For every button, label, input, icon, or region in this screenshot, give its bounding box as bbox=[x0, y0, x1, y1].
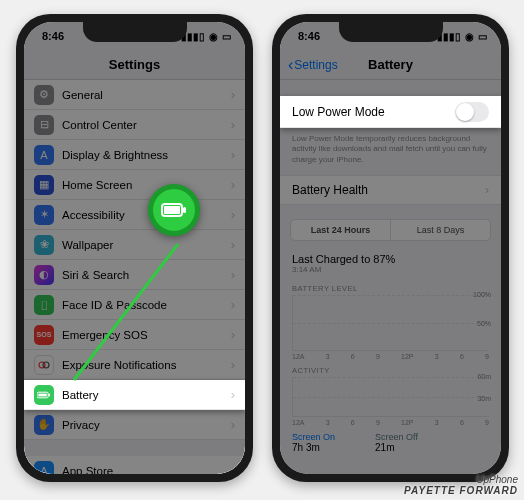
notch bbox=[339, 22, 443, 42]
page-title: Battery bbox=[368, 57, 413, 72]
back-label: Settings bbox=[294, 58, 337, 72]
row-label: Wallpaper bbox=[62, 239, 231, 251]
row-sos[interactable]: SOS Emergency SOS › bbox=[24, 320, 245, 350]
chevron-right-icon: › bbox=[231, 297, 235, 312]
svg-rect-8 bbox=[164, 206, 180, 214]
row-label: Home Screen bbox=[62, 179, 231, 191]
screen-on-block: Screen On 7h 3m bbox=[292, 432, 335, 453]
row-label: Battery bbox=[62, 389, 231, 401]
battery-status-icon: ▭ bbox=[478, 31, 487, 42]
screen-usage-split: Screen On 7h 3m Screen Off 21m bbox=[280, 426, 501, 453]
row-exposure[interactable]: Exposure Notifications › bbox=[24, 350, 245, 380]
low-power-mode-toggle[interactable] bbox=[455, 102, 489, 122]
status-icons: ▮▮▮▯ ◉ ▭ bbox=[181, 31, 231, 42]
gear-icon: ⚙ bbox=[34, 85, 54, 105]
wifi-icon: ◉ bbox=[465, 31, 474, 42]
screen-off-label: Screen Off bbox=[375, 432, 418, 442]
chevron-right-icon: › bbox=[231, 267, 235, 282]
activity-label: ACTIVITY bbox=[280, 360, 501, 377]
status-time: 8:46 bbox=[42, 30, 64, 42]
battery-health-label: Battery Health bbox=[292, 183, 368, 197]
section-gap bbox=[24, 440, 245, 456]
accessibility-icon: ✶ bbox=[34, 205, 54, 225]
seg-24h[interactable]: Last 24 Hours bbox=[291, 220, 391, 240]
chevron-right-icon: › bbox=[231, 87, 235, 102]
row-label: Exposure Notifications bbox=[62, 359, 231, 371]
row-label: Siri & Search bbox=[62, 269, 231, 281]
display-icon: A bbox=[34, 145, 54, 165]
row-label: Privacy bbox=[62, 419, 231, 431]
svg-rect-4 bbox=[38, 393, 46, 396]
chevron-right-icon: › bbox=[231, 387, 235, 402]
chevron-right-icon: › bbox=[231, 147, 235, 162]
battery-callout-icon bbox=[148, 184, 200, 236]
chevron-right-icon: › bbox=[231, 207, 235, 222]
row-display[interactable]: A Display & Brightness › bbox=[24, 140, 245, 170]
battery-level-chart: 100% 50% bbox=[292, 295, 489, 351]
row-label: Accessibility bbox=[62, 209, 231, 221]
battery-level-label: BATTERY LEVEL bbox=[280, 278, 501, 295]
chevron-left-icon: ‹ bbox=[288, 57, 293, 73]
exposure-icon bbox=[34, 355, 54, 375]
phone-battery: 8:46 ▮▮▮▯ ◉ ▭ ‹ Settings Battery Low Pow… bbox=[272, 14, 509, 482]
wifi-icon: ◉ bbox=[209, 31, 218, 42]
row-siri[interactable]: ◐ Siri & Search › bbox=[24, 260, 245, 290]
screen-off-value: 21m bbox=[375, 442, 418, 453]
row-label: Display & Brightness bbox=[62, 149, 231, 161]
last-charged-time: 3:14 AM bbox=[292, 265, 489, 274]
row-label: Face ID & Passcode bbox=[62, 299, 231, 311]
faceid-icon: ⌷ bbox=[34, 295, 54, 315]
row-home-screen[interactable]: ▦ Home Screen › bbox=[24, 170, 245, 200]
row-battery[interactable]: Battery › bbox=[24, 380, 245, 410]
svg-point-1 bbox=[43, 362, 49, 368]
status-icons: ▮▮▮▯ ◉ ▭ bbox=[437, 31, 487, 42]
watermark-l2: PAYETTE FORWARD bbox=[404, 485, 518, 496]
notch bbox=[83, 22, 187, 42]
chevron-right-icon: › bbox=[485, 183, 489, 197]
row-label: Emergency SOS bbox=[62, 329, 231, 341]
svg-rect-3 bbox=[49, 393, 50, 396]
last-charged-info: Last Charged to 87% 3:14 AM bbox=[280, 249, 501, 278]
settings-list-group-1: ⚙ General › ⊟ Control Center › A Display… bbox=[24, 80, 245, 440]
row-wallpaper[interactable]: ❀ Wallpaper › bbox=[24, 230, 245, 260]
settings-list-group-2: A App Store › ◧ Wallet & Apple Pay › bbox=[24, 456, 245, 474]
row-appstore[interactable]: A App Store › bbox=[24, 456, 245, 474]
wallpaper-icon: ❀ bbox=[34, 235, 54, 255]
grid-icon: ▦ bbox=[34, 175, 54, 195]
row-control-center[interactable]: ⊟ Control Center › bbox=[24, 110, 245, 140]
chevron-right-icon: › bbox=[231, 327, 235, 342]
screen-on-label: Screen On bbox=[292, 432, 335, 442]
row-label: App Store bbox=[62, 465, 231, 475]
row-privacy[interactable]: ✋ Privacy › bbox=[24, 410, 245, 440]
time-range-segmented[interactable]: Last 24 Hours Last 8 Days bbox=[290, 219, 491, 241]
watermark-l1: UpPhone bbox=[404, 474, 518, 485]
screen-battery: 8:46 ▮▮▮▯ ◉ ▭ ‹ Settings Battery Low Pow… bbox=[280, 22, 501, 474]
battery-health-row[interactable]: Battery Health › bbox=[280, 175, 501, 205]
activity-chart: 60m 30m bbox=[292, 377, 489, 417]
activity-xaxis: 12A36912P369 bbox=[292, 419, 489, 426]
row-label: General bbox=[62, 89, 231, 101]
low-power-mode-label: Low Power Mode bbox=[292, 105, 385, 119]
level-xaxis: 12A36912P369 bbox=[292, 353, 489, 360]
hand-icon: ✋ bbox=[34, 415, 54, 435]
status-time: 8:46 bbox=[298, 30, 320, 42]
toggles-icon: ⊟ bbox=[34, 115, 54, 135]
navbar-battery: ‹ Settings Battery bbox=[280, 50, 501, 80]
toggle-knob bbox=[456, 103, 474, 121]
back-button[interactable]: ‹ Settings bbox=[288, 57, 338, 73]
row-faceid[interactable]: ⌷ Face ID & Passcode › bbox=[24, 290, 245, 320]
navbar-settings: Settings bbox=[24, 50, 245, 80]
seg-8d[interactable]: Last 8 Days bbox=[391, 220, 490, 240]
chevron-right-icon: › bbox=[231, 357, 235, 372]
row-accessibility[interactable]: ✶ Accessibility › bbox=[24, 200, 245, 230]
row-label: Control Center bbox=[62, 119, 231, 131]
low-power-mode-row[interactable]: Low Power Mode bbox=[280, 96, 501, 128]
row-general[interactable]: ⚙ General › bbox=[24, 80, 245, 110]
chevron-right-icon: › bbox=[231, 417, 235, 432]
chevron-right-icon: › bbox=[231, 177, 235, 192]
svg-rect-7 bbox=[183, 207, 186, 213]
last-charged-text: Last Charged to 87% bbox=[292, 253, 489, 265]
watermark: UpPhone PAYETTE FORWARD bbox=[404, 474, 518, 496]
page-title: Settings bbox=[109, 57, 160, 72]
siri-icon: ◐ bbox=[34, 265, 54, 285]
